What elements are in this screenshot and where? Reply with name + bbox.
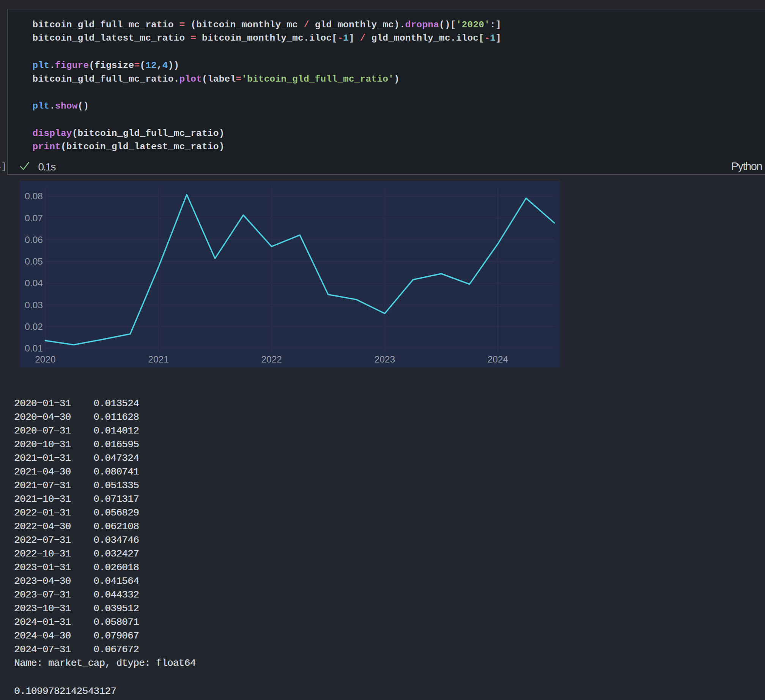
svg-text:0.03: 0.03 — [25, 300, 43, 310]
svg-text:0.05: 0.05 — [25, 256, 43, 266]
svg-text:2022: 2022 — [261, 354, 282, 364]
svg-text:0.07: 0.07 — [25, 213, 43, 223]
svg-text:0.08: 0.08 — [25, 191, 43, 201]
svg-text:0.02: 0.02 — [25, 322, 43, 332]
svg-text:2023: 2023 — [374, 354, 395, 364]
svg-text:0.06: 0.06 — [25, 235, 43, 245]
svg-text:0.04: 0.04 — [25, 278, 43, 288]
svg-text:0.01: 0.01 — [25, 343, 43, 353]
svg-text:2021: 2021 — [148, 354, 169, 364]
svg-text:2020: 2020 — [35, 354, 56, 364]
svg-text:2024: 2024 — [487, 354, 508, 364]
